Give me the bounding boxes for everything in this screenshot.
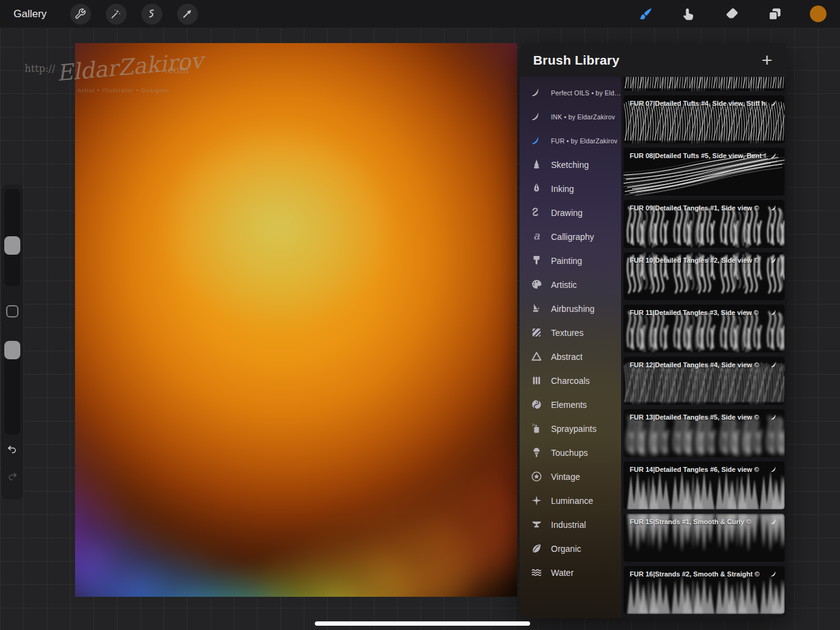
category-icon <box>530 254 543 267</box>
category-item[interactable]: Luminance <box>520 488 621 512</box>
home-indicator[interactable] <box>315 621 530 626</box>
brush-item[interactable]: FUR 09|Detailed Tangles #1, Side view © <box>624 200 785 248</box>
category-label: Drawing <box>551 208 582 218</box>
brush-label: FUR 14|Detailed Tangles #6, Side view © <box>630 466 766 473</box>
undo-button[interactable] <box>2 439 22 459</box>
brush-item[interactable]: FUR 14|Detailed Tangles #6, Side view © <box>624 461 785 509</box>
selection-button[interactable] <box>141 4 162 25</box>
top-bar-left: Gallery <box>14 4 198 25</box>
category-label: Abstract <box>551 352 582 362</box>
smudge-button[interactable] <box>676 2 701 26</box>
brush-label: FUR 15|Strands #1, Smooth & Curly © <box>630 518 766 525</box>
category-item[interactable]: Artistic <box>520 273 621 297</box>
brush-stroke-icon <box>768 517 780 526</box>
brush-library-header: Brush Library + <box>520 43 787 77</box>
category-item[interactable]: Charcoals <box>520 369 621 393</box>
category-item[interactable]: Vintage <box>520 465 621 488</box>
layers-icon <box>767 6 783 22</box>
brush-size-slider[interactable] <box>4 188 21 287</box>
brush-item[interactable]: FUR 16|Strands #2, Smooth & Straight © <box>624 566 785 614</box>
category-icon <box>530 470 543 483</box>
watermark-prefix: http:// <box>25 63 55 74</box>
brush-label: FUR 07|Detailed Tufts #4, Side view, Sti… <box>630 100 766 107</box>
category-label: Industrial <box>551 520 586 530</box>
category-item[interactable]: Textures <box>520 321 621 345</box>
category-label: Artistic <box>551 280 577 290</box>
brush-library-panel: Perfect OILS • by Eld… INK • by EldarZak… <box>520 43 787 618</box>
layers-button[interactable] <box>763 2 787 26</box>
category-item[interactable]: Spraypaints <box>520 417 621 441</box>
brush-stroke-icon <box>768 413 780 421</box>
brush-item[interactable]: FUR 07|Detailed Tufts #4, Side view, Sti… <box>624 95 785 143</box>
category-item[interactable]: Elements <box>520 393 621 417</box>
category-icon <box>530 302 543 315</box>
category-item[interactable]: Inking <box>520 177 621 201</box>
canvas[interactable] <box>75 43 517 597</box>
brush-item[interactable]: FUR 12|Detailed Tangles #4, Side view © <box>624 357 785 405</box>
brush-item[interactable]: FUR 13|Detailed Tangles #5, Side view © <box>624 409 785 457</box>
category-label: Airbrushing <box>551 304 595 314</box>
brush-stroke-icon <box>768 361 780 369</box>
category-label: Inking <box>551 184 574 194</box>
top-bar-right <box>633 2 831 26</box>
move-arrow-icon <box>181 8 193 20</box>
category-icon <box>530 542 543 555</box>
category-label: Vintage <box>551 472 580 482</box>
brush-label: FUR 13|Detailed Tangles #5, Side view © <box>630 413 766 421</box>
brush-stroke-icon <box>768 204 780 212</box>
brush-item[interactable]: FUR 08|Detailed Tufts #5, Side view, Ben… <box>624 148 785 196</box>
category-item[interactable]: Industrial <box>520 512 621 536</box>
brush-item[interactable]: FUR 10|Detailed Tangles #2, Side view © <box>624 252 785 300</box>
adjustments-button[interactable] <box>106 4 127 25</box>
category-label: Luminance <box>551 496 593 506</box>
redo-icon <box>6 470 18 482</box>
category-item[interactable]: FUR • by EldarZakirov <box>520 129 621 153</box>
actions-button[interactable] <box>70 4 91 25</box>
category-item[interactable]: Sketching <box>520 153 621 177</box>
sidebar <box>1 185 23 500</box>
category-item[interactable]: Water <box>520 560 621 584</box>
erase-button[interactable] <box>719 2 744 26</box>
brush-stroke-icon <box>768 308 780 317</box>
add-brush-button[interactable]: + <box>760 51 774 70</box>
modify-button[interactable] <box>6 305 18 317</box>
brush-opacity-slider[interactable] <box>4 340 21 435</box>
category-label: Touchups <box>551 448 588 458</box>
brush-size-handle[interactable] <box>4 236 20 255</box>
category-label: Organic <box>551 544 581 554</box>
category-icon <box>530 134 543 147</box>
transform-button[interactable] <box>177 4 198 25</box>
category-item[interactable]: Drawing <box>520 201 621 225</box>
category-item[interactable]: Perfect OILS • by Eld… <box>520 81 621 105</box>
category-item[interactable]: INK • by EldarZakirov <box>520 105 621 129</box>
category-item[interactable]: Painting <box>520 249 621 273</box>
category-icon <box>530 446 543 459</box>
category-label: Sketching <box>551 160 588 170</box>
smudge-finger-icon <box>681 6 697 22</box>
brush-category-list: Perfect OILS • by Eld… INK • by EldarZak… <box>520 43 621 618</box>
category-item[interactable]: Airbrushing <box>520 297 621 321</box>
color-button[interactable] <box>806 2 830 26</box>
wrench-icon <box>74 8 86 20</box>
artwork <box>75 43 517 597</box>
category-item[interactable]: Touchups <box>520 441 621 465</box>
brush-opacity-handle[interactable] <box>4 341 20 359</box>
redo-button[interactable] <box>2 466 22 486</box>
panel-title: Brush Library <box>533 53 619 68</box>
category-icon <box>530 158 543 171</box>
category-item[interactable]: Calligraphy <box>520 225 621 249</box>
category-item[interactable]: Organic <box>520 536 621 560</box>
brush-item[interactable]: FUR 11|Detailed Tangles #3, Side view © <box>624 305 785 353</box>
category-icon <box>530 278 543 291</box>
undo-icon <box>6 443 18 455</box>
brush-item[interactable]: FUR 15|Strands #1, Smooth & Curly © <box>624 514 785 562</box>
brush-label: FUR 08|Detailed Tufts #5, Side view, Ben… <box>630 152 766 159</box>
category-item[interactable]: Abstract <box>520 345 621 369</box>
paint-button[interactable] <box>633 2 658 26</box>
category-label: Textures <box>551 328 584 338</box>
category-label: Charcoals <box>551 376 590 386</box>
top-bar: Gallery <box>0 0 840 28</box>
brush-label: FUR 16|Strands #2, Smooth & Straight © <box>630 570 766 578</box>
category-label: Painting <box>551 256 582 266</box>
gallery-button[interactable]: Gallery <box>14 8 47 20</box>
